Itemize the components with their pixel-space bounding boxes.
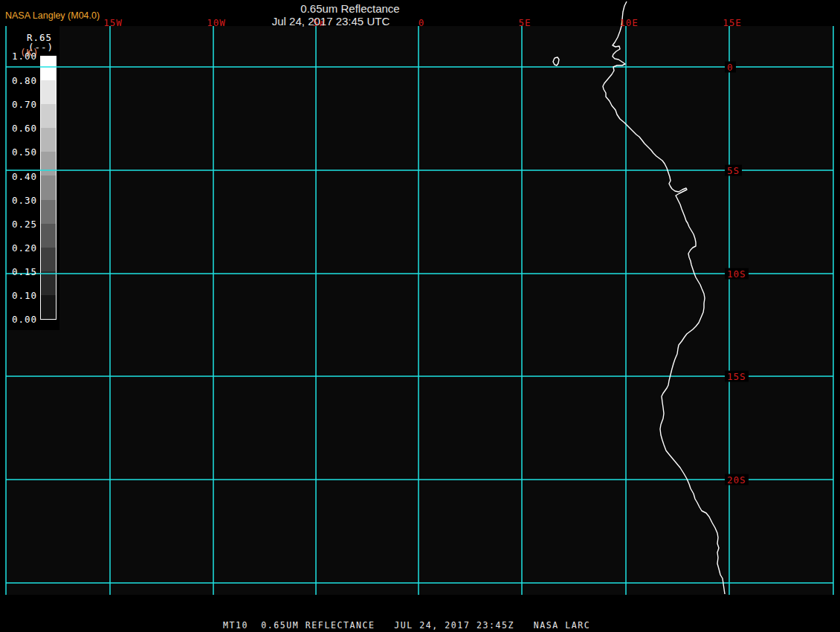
colorbar-segment xyxy=(41,295,56,319)
footer-caption: MT10 0.65UM REFLECTANCE JUL 24, 2017 23:… xyxy=(223,620,590,631)
colorbar-segment xyxy=(41,57,56,80)
colorbar-value-label: 0.30 xyxy=(6,195,37,206)
colorbar-segment xyxy=(41,104,56,128)
colorbar-value-label: 0.00 xyxy=(6,314,37,325)
latitude-label-5S: 5S xyxy=(725,165,742,176)
colorbar-value-label: 0.50 xyxy=(6,146,37,158)
colorbar-segment xyxy=(41,80,56,104)
colorbar-value-label: 0.40 xyxy=(6,171,37,182)
longitude-label-10E: 10E xyxy=(619,17,639,28)
longitude-label-10W: 10W xyxy=(207,17,226,28)
latitude-label-20S: 20S xyxy=(725,474,749,486)
nasa-langley-credit: NASA Langley (M04.0) xyxy=(5,10,100,21)
colorbar-gradient xyxy=(40,56,56,320)
colorbar-value-label: 0.20 xyxy=(6,242,37,254)
latitude-label-10S: 10S xyxy=(725,268,749,280)
colorbar-value-label: 1.00 xyxy=(6,51,37,62)
colorbar-value-label: 0.25 xyxy=(6,219,37,230)
longitude-label-15E: 15E xyxy=(723,17,742,28)
latitude-label-0: 0 xyxy=(725,62,736,73)
colorbar-segment xyxy=(41,200,56,224)
colorbar-value-label: 0.80 xyxy=(6,75,37,86)
colorbar-segment xyxy=(41,128,56,152)
satellite-image-viewer: R.65 (--) (K) 1.000.800.700.600.500.400.… xyxy=(0,0,840,632)
colorbar-segment xyxy=(41,248,56,271)
longitude-label-5E: 5E xyxy=(518,17,531,28)
colorbar-value-label: 0.15 xyxy=(6,266,37,277)
image-timestamp: Jul 24, 2017 23:45 UTC xyxy=(272,15,390,28)
latitude-label-15S: 15S xyxy=(725,371,749,382)
colorbar-segment xyxy=(41,175,56,199)
map-image-area xyxy=(6,26,833,595)
colorbar-segment xyxy=(41,224,56,248)
colorbar-value-label: 0.60 xyxy=(6,123,37,134)
colorbar-segment xyxy=(41,152,56,175)
colorbar-value-label: 0.10 xyxy=(6,290,37,301)
image-title: 0.65um Reflectance xyxy=(300,2,399,15)
longitude-label-0: 0 xyxy=(419,17,425,28)
colorbar-segment xyxy=(41,271,56,295)
longitude-label-15W: 15W xyxy=(103,17,123,28)
colorbar-value-label: 0.70 xyxy=(6,99,37,110)
